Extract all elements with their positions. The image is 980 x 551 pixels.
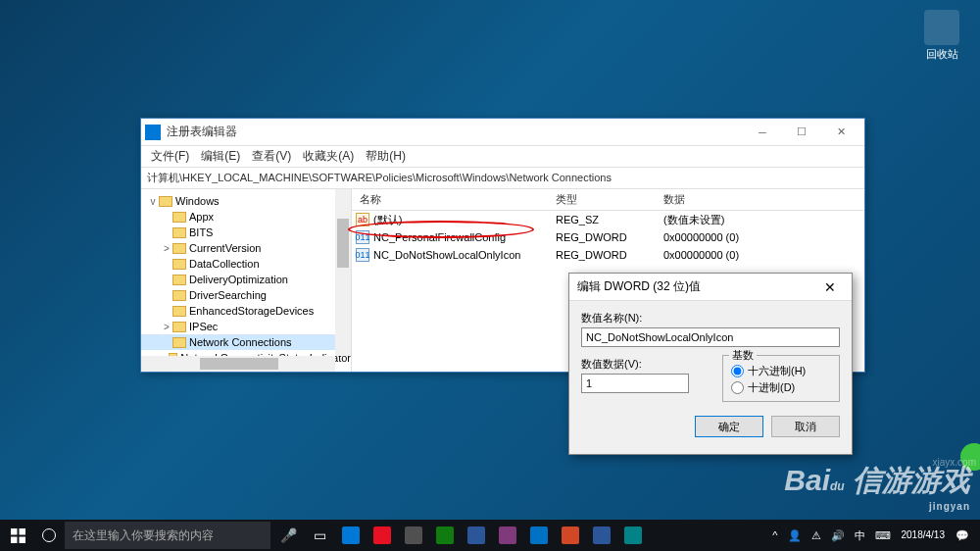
horizontal-scrollbar[interactable] xyxy=(141,356,335,372)
dialog-title: 编辑 DWORD (32 位)值 xyxy=(577,278,816,295)
value-data-input[interactable] xyxy=(581,374,689,393)
tray-keyboard-icon[interactable]: ⌨ xyxy=(870,529,896,542)
system-tray: ^ 👤 ⚠ 🔊 中 ⌨ 2018/4/13 💬 xyxy=(767,528,980,543)
vertical-scrollbar[interactable] xyxy=(335,189,351,356)
tree-item[interactable]: DataCollection xyxy=(141,256,351,272)
tree-item[interactable]: Network Connections xyxy=(141,334,351,350)
tree-item[interactable]: >IPSec xyxy=(141,319,351,334)
tree-item[interactable]: EnhancedStorageDevices xyxy=(141,303,351,319)
taskbar-app-icon[interactable] xyxy=(461,520,492,551)
taskbar-app-icon[interactable] xyxy=(335,520,367,551)
start-button[interactable] xyxy=(0,520,35,551)
cancel-button[interactable]: 取消 xyxy=(771,416,840,437)
watermark: Baidu 信游游戏 jingyan xyxy=(784,461,970,512)
menu-item[interactable]: 查看(V) xyxy=(246,146,297,167)
task-view-icon[interactable]: ▭ xyxy=(304,520,335,551)
folder-icon xyxy=(172,306,186,317)
folder-icon xyxy=(172,337,186,348)
folder-icon xyxy=(172,227,186,238)
menu-item[interactable]: 编辑(E) xyxy=(195,146,246,167)
value-name-input[interactable] xyxy=(581,327,840,347)
tray-people-icon[interactable]: 👤 xyxy=(783,529,807,542)
taskbar-app-icon[interactable] xyxy=(523,520,555,551)
base-group: 基数 十六进制(H) 十进制(D) xyxy=(722,355,840,402)
folder-icon xyxy=(172,322,186,332)
titlebar[interactable]: 注册表编辑器 ─ ☐ ✕ xyxy=(141,119,864,146)
folder-icon xyxy=(172,243,186,254)
tray-chevron-icon[interactable]: ^ xyxy=(767,529,782,541)
regedit-icon xyxy=(145,125,161,140)
taskbar-app-icon[interactable] xyxy=(555,520,586,551)
search-box[interactable]: 在这里输入你要搜索的内容 xyxy=(65,522,270,549)
ok-button[interactable]: 确定 xyxy=(695,416,763,437)
tree-item[interactable]: Appx xyxy=(141,209,351,225)
close-button[interactable]: ✕ xyxy=(821,119,860,146)
folder-icon xyxy=(172,259,186,270)
string-icon: ab xyxy=(356,213,369,226)
recycle-bin-icon xyxy=(924,10,959,45)
taskbar-app-icon[interactable] xyxy=(398,520,429,551)
column-name[interactable]: 名称 xyxy=(352,192,548,207)
taskbar-clock[interactable]: 2018/4/13 xyxy=(896,529,952,541)
folder-icon xyxy=(172,275,186,285)
recycle-bin-label: 回收站 xyxy=(917,47,966,62)
tray-volume-icon[interactable]: 🔊 xyxy=(826,529,850,542)
menu-item[interactable]: 收藏夹(A) xyxy=(297,146,360,167)
tray-network-icon[interactable]: ⚠ xyxy=(807,529,826,542)
dword-icon: 011 xyxy=(356,248,369,262)
tree-item[interactable]: DeliveryOptimization xyxy=(141,272,351,287)
folder-icon xyxy=(159,196,172,207)
folder-icon xyxy=(172,212,186,223)
column-data[interactable]: 数据 xyxy=(656,192,864,207)
tree-item[interactable]: vWindows xyxy=(141,193,351,209)
folder-icon xyxy=(172,290,186,301)
dialog-close-button[interactable]: ✕ xyxy=(816,279,844,295)
column-type[interactable]: 类型 xyxy=(548,192,656,207)
registry-value-row[interactable]: 011NC_PersonalFirewallConfigREG_DWORD0x0… xyxy=(352,228,864,246)
radio-dec[interactable]: 十进制(D) xyxy=(731,380,831,395)
minimize-button[interactable]: ─ xyxy=(743,119,782,146)
tray-ime-icon[interactable]: 中 xyxy=(850,528,870,543)
taskbar-app-icon[interactable] xyxy=(429,520,461,551)
svg-rect-0 xyxy=(11,528,18,535)
maximize-button[interactable]: ☐ xyxy=(782,119,821,146)
registry-value-row[interactable]: 011NC_DoNotShowLocalOnlyIconREG_DWORD0x0… xyxy=(352,246,864,264)
tree-pane[interactable]: vWindowsAppxBITS>CurrentVersionDataColle… xyxy=(141,189,352,372)
menu-item[interactable]: 文件(F) xyxy=(145,146,195,167)
taskbar-app-icon[interactable] xyxy=(492,520,523,551)
value-data-label: 数值数据(V): xyxy=(581,357,710,372)
value-header[interactable]: 名称 类型 数据 xyxy=(352,189,864,211)
dword-icon: 011 xyxy=(356,230,369,244)
tree-item[interactable]: >CurrentVersion xyxy=(141,240,351,256)
radio-hex[interactable]: 十六进制(H) xyxy=(731,364,831,378)
dword-edit-dialog: 编辑 DWORD (32 位)值 ✕ 数值名称(N): 数值数据(V): 基数 … xyxy=(568,273,853,455)
value-name-label: 数值名称(N): xyxy=(581,311,840,326)
cortana-icon[interactable] xyxy=(35,528,63,542)
registry-value-row[interactable]: ab(默认)REG_SZ(数值未设置) xyxy=(352,211,864,228)
taskbar-app-icon[interactable] xyxy=(367,520,398,551)
watermark-url: xiayx.com xyxy=(933,457,976,468)
tree-item[interactable]: BITS xyxy=(141,225,351,240)
address-bar[interactable]: 计算机\HKEY_LOCAL_MACHINE\SOFTWARE\Policies… xyxy=(141,168,864,189)
svg-rect-2 xyxy=(11,536,18,543)
recycle-bin[interactable]: 回收站 xyxy=(917,10,966,62)
dialog-titlebar[interactable]: 编辑 DWORD (32 位)值 ✕ xyxy=(569,274,852,301)
menu-item[interactable]: 帮助(H) xyxy=(360,146,412,167)
base-legend: 基数 xyxy=(729,348,757,363)
search-placeholder: 在这里输入你要搜索的内容 xyxy=(73,527,214,544)
svg-rect-1 xyxy=(19,528,25,535)
taskbar-app-icon[interactable] xyxy=(617,520,649,551)
svg-rect-3 xyxy=(19,536,25,543)
action-center-icon[interactable]: 💬 xyxy=(951,529,974,542)
menubar: 文件(F)编辑(E)查看(V)收藏夹(A)帮助(H) xyxy=(141,146,864,168)
tree-item[interactable]: DriverSearching xyxy=(141,287,351,303)
taskbar-app-icon[interactable] xyxy=(586,520,617,551)
window-title: 注册表编辑器 xyxy=(167,124,743,140)
mic-icon[interactable]: 🎤 xyxy=(272,520,304,551)
taskbar: 在这里输入你要搜索的内容 🎤 ▭ ^ 👤 ⚠ 🔊 中 ⌨ 2018/4/13 💬 xyxy=(0,520,980,551)
